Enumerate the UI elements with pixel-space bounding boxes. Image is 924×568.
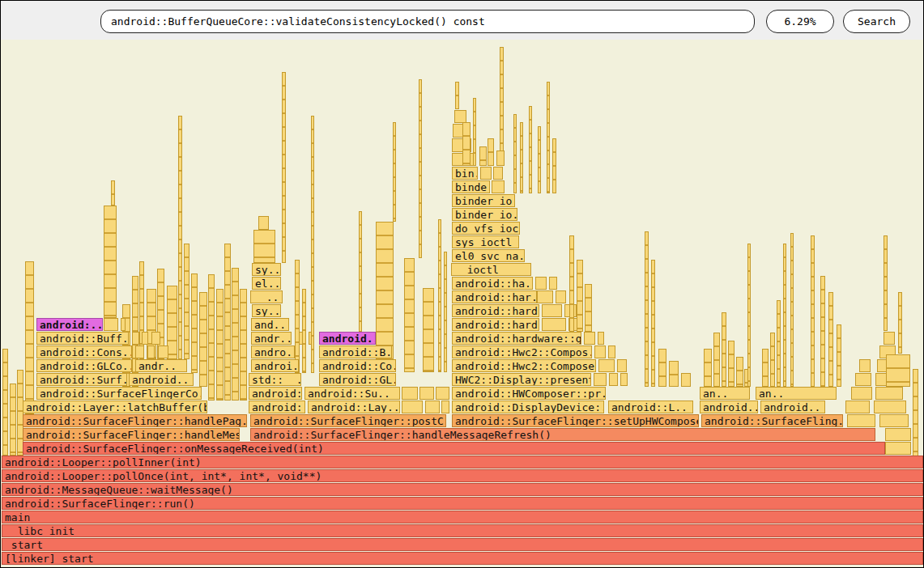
frame-spike[interactable] <box>913 369 918 466</box>
frame[interactable]: android.. <box>129 373 194 386</box>
frame-spike[interactable] <box>253 230 275 263</box>
frame-spike[interactable] <box>444 252 447 372</box>
frame-spike[interactable] <box>556 290 566 303</box>
frame[interactable]: el0_svc_na.. <box>452 249 525 262</box>
frame-spike[interactable] <box>681 373 691 387</box>
frame[interactable]: android::SurfaceFlinger::setUpHWCompose.… <box>452 414 699 427</box>
frame-spike[interactable] <box>295 260 300 373</box>
frame-spike[interactable] <box>479 146 487 166</box>
frame-spike[interactable] <box>520 122 523 193</box>
frame-spike[interactable] <box>811 235 815 387</box>
frame[interactable]: android::hardware::g.. <box>452 332 581 345</box>
frame[interactable]: android::Hwc2::Compose.. <box>452 359 596 372</box>
frame[interactable]: __. <box>8 442 23 455</box>
frame[interactable]: android::Surf.. <box>36 373 127 386</box>
frame-spike[interactable] <box>598 332 604 345</box>
frame-spike[interactable] <box>423 288 434 372</box>
frame-spike[interactable] <box>492 180 505 193</box>
frame[interactable]: android.. <box>760 401 825 413</box>
frame-spike[interactable] <box>438 219 441 372</box>
frame[interactable]: std::__.. <box>249 373 301 386</box>
frame[interactable]: android::hard.. <box>452 304 539 317</box>
frame-spike[interactable] <box>584 332 595 345</box>
frame-spike[interactable] <box>232 268 239 401</box>
frame-spike[interactable] <box>669 361 679 387</box>
frame-spike[interactable] <box>645 231 649 387</box>
frame[interactable]: android::SurfaceFling.. <box>701 414 843 427</box>
frame-spike[interactable] <box>111 180 115 206</box>
frame-spike[interactable] <box>879 414 909 427</box>
frame[interactable]: el.. <box>252 277 281 290</box>
frame-spike[interactable] <box>529 106 532 193</box>
frame-spike[interactable] <box>704 349 712 387</box>
frame-spike[interactable] <box>713 333 720 387</box>
frame[interactable]: binder_io.. <box>452 194 515 207</box>
frame-spike[interactable] <box>728 341 735 387</box>
frame-spike[interactable] <box>454 110 466 123</box>
frame-spike[interactable] <box>658 349 666 387</box>
frame-spike[interactable] <box>898 292 902 354</box>
frame[interactable]: android::Layer::latchBuffer(b.. <box>23 401 207 413</box>
frame[interactable]: android::SurfaceFlinger::handleMes.. <box>23 428 240 441</box>
frame-spike[interactable] <box>104 318 118 331</box>
frame-spike[interactable] <box>747 244 751 387</box>
frame-base-row[interactable]: __libc_init <box>2 524 923 537</box>
frame[interactable]: android::Su.. <box>304 387 400 400</box>
frame[interactable]: android::DisplayDevice:.. <box>452 401 604 413</box>
frame[interactable]: android::Hwc2::Compos.. <box>452 345 592 358</box>
frame-spike[interactable] <box>585 284 592 332</box>
frame-spike[interactable] <box>552 138 556 193</box>
frame-spike[interactable] <box>402 401 423 413</box>
frame-base-row[interactable]: android::SurfaceFlinger::run() <box>2 497 923 510</box>
frame-spike[interactable] <box>885 442 911 455</box>
frame-spike[interactable] <box>147 345 155 358</box>
frame[interactable]: android::ha.. <box>452 277 533 290</box>
frame[interactable]: an.. <box>756 387 837 400</box>
frame-spike[interactable] <box>837 324 841 387</box>
frame[interactable]: android::Lay.. <box>308 401 400 413</box>
frame-spike[interactable] <box>419 79 422 258</box>
frame-spike[interactable] <box>770 333 775 387</box>
frame-spike[interactable] <box>547 82 550 193</box>
frame-spike[interactable] <box>598 359 615 372</box>
frame-spike[interactable] <box>311 116 314 373</box>
frame-spike[interactable] <box>455 82 459 109</box>
frame-spike[interactable] <box>886 354 910 387</box>
frame-spike[interactable] <box>790 233 794 387</box>
frame-spike[interactable] <box>496 150 505 166</box>
frame[interactable]: android::GL.. <box>319 373 396 386</box>
search-input[interactable] <box>100 10 755 33</box>
frame-spike[interactable] <box>178 116 182 359</box>
frame-base-row[interactable]: [linker]_start <box>2 552 923 565</box>
frame[interactable]: __ioctl <box>451 263 531 276</box>
frame-spike[interactable] <box>538 126 541 193</box>
frame-spike[interactable] <box>302 289 306 373</box>
frame-spike[interactable] <box>859 359 871 372</box>
frame-spike[interactable] <box>875 387 903 400</box>
frame-spike[interactable] <box>216 289 224 401</box>
frame-spike[interactable] <box>762 349 769 387</box>
frame-spike[interactable] <box>651 260 655 387</box>
frame-spike[interactable] <box>493 167 503 180</box>
frame[interactable]: android::B.. <box>319 345 392 358</box>
frame[interactable]: android::hard.. <box>452 318 539 331</box>
frame[interactable]: android::.. <box>249 387 302 400</box>
frame-spike[interactable] <box>569 235 574 332</box>
frame[interactable]: android.. <box>319 332 376 345</box>
frame-spike[interactable] <box>142 332 148 345</box>
frame[interactable]: android::HWComposer::pr.. <box>452 387 606 400</box>
frame-spike[interactable] <box>462 122 471 166</box>
frame-spike[interactable] <box>436 387 449 400</box>
frame-spike[interactable] <box>845 401 870 413</box>
frame-spike[interactable] <box>208 274 215 401</box>
frame[interactable]: android::.. <box>249 401 305 413</box>
frame-spike[interactable] <box>258 216 269 230</box>
frame-spike[interactable] <box>620 373 628 386</box>
frame[interactable]: android.. <box>700 401 758 413</box>
frame-spike[interactable] <box>2 349 8 456</box>
frame-spike[interactable] <box>199 292 207 387</box>
frame-spike[interactable] <box>473 98 476 166</box>
frame-spike[interactable] <box>542 318 566 331</box>
frame-spike[interactable] <box>855 373 871 386</box>
frame-spike[interactable] <box>441 401 449 413</box>
